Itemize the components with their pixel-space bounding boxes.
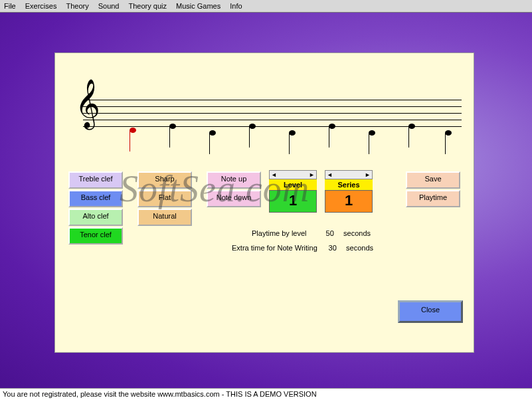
arrow-left-icon[interactable]: ◄ xyxy=(271,171,277,178)
alto-clef-button[interactable]: Alto clef xyxy=(68,209,123,226)
sharp-button[interactable]: Sharp xyxy=(137,171,192,189)
arrow-right-icon[interactable]: ► xyxy=(309,171,315,178)
menu-theory[interactable]: Theory xyxy=(66,2,88,10)
app-background: 𝄞 Treble clef Bass clef Alto clef Tenor … xyxy=(0,13,532,388)
menu-exercises[interactable]: Exercises xyxy=(25,2,57,10)
playtime-row: Playtime by level seconds xyxy=(252,229,371,239)
series-scroll[interactable]: ◄ ► xyxy=(325,170,373,179)
series-label: Series xyxy=(325,179,373,190)
menu-file[interactable]: File xyxy=(4,2,16,10)
extra-time-label: Extra time for Note Writing xyxy=(232,244,317,252)
menu-theory-quiz[interactable]: Theory quiz xyxy=(128,2,166,10)
series-value: 1 xyxy=(325,190,373,213)
series-selector: ◄ ► Series 1 xyxy=(325,170,373,213)
treble-clef-icon: 𝄞 xyxy=(75,82,100,125)
note-5[interactable] xyxy=(289,130,296,136)
note-3[interactable] xyxy=(209,130,216,136)
status-bar: You are not registrated, please visit th… xyxy=(0,388,532,400)
extra-time-input[interactable] xyxy=(319,243,338,253)
treble-clef-button[interactable]: Treble clef xyxy=(68,171,123,189)
level-label: Level xyxy=(269,179,317,190)
menu-info[interactable]: Info xyxy=(230,2,242,10)
playtime-button[interactable]: Playtime xyxy=(406,190,460,207)
tenor-clef-button[interactable]: Tenor clef xyxy=(68,227,123,245)
note-9[interactable] xyxy=(445,130,452,136)
close-button[interactable]: Close xyxy=(398,300,463,323)
arrow-left-icon[interactable]: ◄ xyxy=(327,171,333,178)
flat-button[interactable]: Flat xyxy=(137,190,192,207)
main-panel: 𝄞 Treble clef Bass clef Alto clef Tenor … xyxy=(54,52,474,353)
note-2[interactable] xyxy=(169,124,176,129)
note-4[interactable] xyxy=(249,124,256,129)
extra-time-row: Extra time for Note Writing seconds xyxy=(232,243,373,253)
natural-button[interactable]: Natural xyxy=(137,209,192,226)
note-1[interactable] xyxy=(130,128,136,133)
staff-lines xyxy=(83,100,462,126)
level-value: 1 xyxy=(269,190,317,213)
note-6[interactable] xyxy=(329,124,335,129)
playtime-by-level-label: Playtime by level xyxy=(252,229,307,237)
note-7[interactable] xyxy=(369,130,375,136)
note-up-button[interactable]: Note up xyxy=(207,171,261,189)
menu-bar: File Exercises Theory Sound Theory quiz … xyxy=(0,0,532,13)
playtime-unit: seconds xyxy=(343,229,371,237)
menu-music-games[interactable]: Music Games xyxy=(176,2,221,10)
note-down-button[interactable]: Note down xyxy=(207,190,261,207)
save-button[interactable]: Save xyxy=(406,171,460,189)
music-staff: 𝄞 xyxy=(63,80,465,140)
level-selector: ◄ ► Level 1 xyxy=(269,170,317,213)
bass-clef-button[interactable]: Bass clef xyxy=(68,190,123,207)
extra-time-unit: seconds xyxy=(346,244,373,252)
menu-sound[interactable]: Sound xyxy=(98,2,120,10)
level-scroll[interactable]: ◄ ► xyxy=(269,170,317,179)
note-8[interactable] xyxy=(408,124,415,129)
playtime-by-level-input[interactable] xyxy=(317,229,335,239)
arrow-right-icon[interactable]: ► xyxy=(365,171,371,178)
